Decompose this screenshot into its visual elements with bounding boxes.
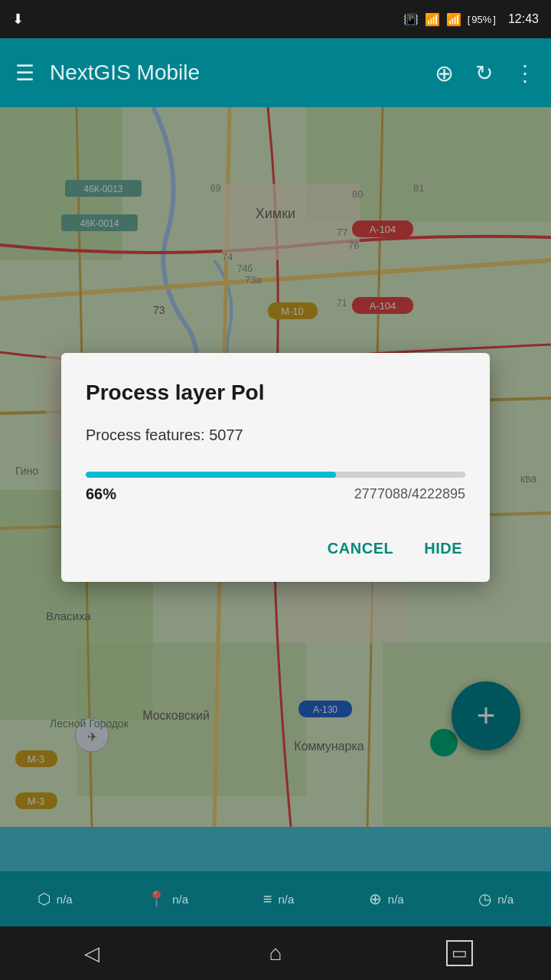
- vibrate-icon: 📳: [403, 12, 419, 27]
- clock: 12:43: [508, 12, 539, 26]
- location-status-icon: 📍: [147, 890, 166, 908]
- progress-count: 2777088/4222895: [354, 486, 465, 502]
- status-label-3: n/a: [388, 893, 404, 906]
- dialog-actions: CANCEL HIDE: [86, 534, 465, 564]
- battery-percent: 95%: [471, 14, 491, 25]
- status-label-2: n/a: [278, 893, 294, 906]
- toolbar-actions: ⊕ ↻ ⋮: [435, 60, 536, 87]
- app-title: NextGIS Mobile: [50, 60, 435, 85]
- status-item-0: ⬡ n/a: [37, 890, 73, 908]
- signal-icon: 📶: [446, 12, 461, 27]
- progress-percent: 66%: [86, 485, 116, 503]
- home-icon: ⌂: [269, 941, 282, 965]
- menu-button[interactable]: ☰: [15, 60, 34, 86]
- app-toolbar: ☰ NextGIS Mobile ⊕ ↻ ⋮: [0, 38, 551, 107]
- dialog-title: Process layer Pol: [86, 381, 465, 405]
- status-icon-0: ⬡: [37, 890, 51, 908]
- hide-button[interactable]: HIDE: [421, 534, 465, 564]
- back-icon: ◁: [84, 942, 99, 965]
- dialog-message: Process features: 5077: [86, 426, 465, 444]
- back-button[interactable]: ◁: [69, 930, 115, 976]
- download-indicator: ⬇: [12, 11, 24, 28]
- status-label-1: n/a: [172, 893, 188, 906]
- layers-status-icon: ≡: [263, 890, 272, 908]
- cancel-button[interactable]: CANCEL: [324, 534, 396, 564]
- progress-fill: [86, 472, 336, 478]
- progress-labels: 66% 2777088/4222895: [86, 485, 465, 503]
- progress-track: [86, 472, 465, 478]
- battery-indicator: [95%]: [468, 14, 496, 25]
- status-label-4: n/a: [497, 893, 514, 906]
- bottom-status-bar: ⬡ n/a 📍 n/a ≡ n/a ⊕ n/a ◷ n/a: [0, 871, 551, 926]
- progress-container: 66% 2777088/4222895: [86, 472, 465, 503]
- gps-status-icon: ⊕: [369, 890, 382, 908]
- status-item-1: 📍 n/a: [147, 890, 188, 908]
- status-item-2: ≡ n/a: [263, 890, 295, 908]
- map-area[interactable]: Химки Красногорск Власиха Московский Ком…: [0, 107, 551, 827]
- status-item-3: ⊕ n/a: [369, 890, 404, 908]
- location-button[interactable]: ⊕: [435, 60, 454, 87]
- modal-overlay: Process layer Pol Process features: 5077…: [0, 107, 551, 827]
- status-label-0: n/a: [57, 893, 73, 906]
- home-button[interactable]: ⌂: [253, 930, 298, 976]
- more-button[interactable]: ⋮: [514, 60, 536, 86]
- navigation-bar: ◁ ⌂ ▭: [0, 926, 551, 980]
- recents-icon: ▭: [446, 940, 473, 966]
- wifi-icon: 📶: [425, 12, 440, 27]
- status-bar: ⬇ 📳 📶 📶 [95%] 12:43: [0, 0, 551, 38]
- status-item-4: ◷ n/a: [478, 890, 514, 908]
- progress-dialog: Process layer Pol Process features: 5077…: [61, 353, 490, 582]
- status-icons: 📳 📶 📶 [95%] 12:43: [403, 12, 539, 27]
- recents-button[interactable]: ▭: [436, 930, 482, 976]
- refresh-button[interactable]: ↻: [475, 60, 493, 86]
- compass-status-icon: ◷: [478, 890, 491, 908]
